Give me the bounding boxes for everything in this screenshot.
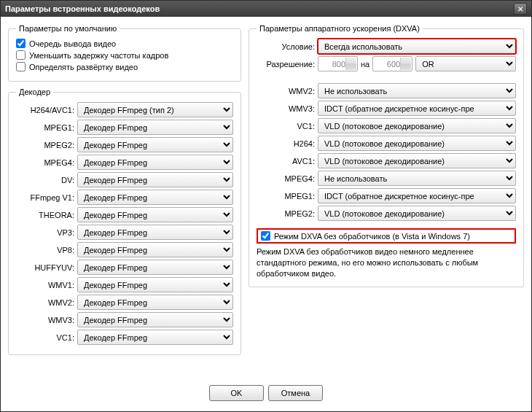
decoder-label: VP3:	[16, 228, 74, 237]
decoder-group: Декодер H264/AVC1:Декодер FFmpeg (тип 2)…	[8, 88, 241, 355]
decoder-select[interactable]: Декодер FFmpeg	[77, 120, 233, 135]
dxva-codec-select[interactable]: IDCT (обратное дискретное косинус-пре	[318, 188, 516, 203]
dxva-codec-row: H264:VLD (потоковое декодирование)	[257, 136, 516, 151]
decoder-select[interactable]: Декодер FFmpeg	[77, 312, 233, 327]
decoder-select[interactable]: Декодер FFmpeg	[77, 172, 233, 187]
decoder-label: VC1:	[16, 333, 74, 342]
defaults-legend: Параметры по умолчанию	[16, 24, 120, 33]
decoder-rows-container: H264/AVC1:Декодер FFmpeg (тип 2)MPEG1:Де…	[16, 102, 233, 345]
decoder-row: VC1:Декодер FFmpeg	[16, 330, 233, 345]
detect-scan-label: Определять развёртку видео	[29, 63, 138, 71]
decoder-label: VP8:	[16, 246, 74, 254]
dxva-codec-row: MPEG4:Не использовать	[257, 171, 516, 186]
decoder-select[interactable]: Декодер FFmpeg (тип 2)	[77, 102, 233, 117]
window-title: Параметры встроенных видеокодеков	[5, 4, 514, 13]
res-height-spinner[interactable]: 600	[372, 56, 412, 71]
decoder-select[interactable]: Декодер FFmpeg	[77, 207, 233, 222]
decoder-select[interactable]: Декодер FFmpeg	[77, 225, 233, 240]
decoder-label: MPEG2:	[16, 141, 74, 149]
decoder-row: VP3:Декодер FFmpeg	[16, 225, 233, 240]
detect-scan-checkbox[interactable]	[16, 62, 26, 71]
decoder-select[interactable]: Декодер FFmpeg	[77, 242, 233, 257]
titlebar: Параметры встроенных видеокодеков ✕	[1, 1, 531, 17]
left-column: Параметры по умолчанию Очередь вывода ви…	[8, 24, 241, 379]
resolution-label: Разрешение:	[257, 60, 315, 69]
decoder-select[interactable]: Декодер FFmpeg	[77, 295, 233, 310]
dxva-rows-container: WMV2:Не использоватьWMV3:IDCT (обратное …	[257, 83, 516, 221]
condition-select[interactable]: Всегда использовать	[318, 39, 516, 54]
dxva-codec-select[interactable]: Не использовать	[318, 171, 516, 186]
decoder-row: FFmpeg V1:Декодер FFmpeg	[16, 190, 233, 205]
dxva-codec-row: VC1:VLD (потоковое декодирование)	[257, 118, 516, 133]
res-width-spinner[interactable]: 800	[318, 56, 358, 71]
decoder-row: WMV2:Декодер FFmpeg	[16, 295, 233, 310]
decoder-row: THEORA:Декодер FFmpeg	[16, 207, 233, 222]
decoder-row: VP8:Декодер FFmpeg	[16, 242, 233, 257]
condition-row: Условие: Всегда использовать	[257, 39, 516, 54]
dxva-noproc-label: Режим DXVA без обработчиков (в Vista и W…	[274, 232, 470, 241]
decoder-select[interactable]: Декодер FFmpeg	[77, 137, 233, 152]
res-separator: на	[361, 60, 369, 69]
dxva-noproc-desc: Режим DXVA без обработчиков видео немног…	[257, 246, 516, 279]
dxva-codec-label: MPEG4:	[257, 174, 315, 183]
decoder-select[interactable]: Декодер FFmpeg	[77, 277, 233, 292]
dxva-codec-label: WMV3:	[257, 104, 315, 113]
decoder-legend: Декодер	[16, 88, 53, 96]
content-area: Параметры по умолчанию Очередь вывода ви…	[1, 17, 531, 411]
decoder-select[interactable]: Декодер FFmpeg	[77, 330, 233, 345]
decoder-row: MPEG2:Декодер FFmpeg	[16, 137, 233, 152]
dxva-codec-label: WMV2:	[257, 87, 315, 96]
dxva-codec-select[interactable]: Не использовать	[318, 83, 516, 98]
close-icon: ✕	[517, 5, 523, 13]
decoder-row: H264/AVC1:Декодер FFmpeg (тип 2)	[16, 102, 233, 117]
decoder-row: MPEG1:Декодер FFmpeg	[16, 120, 233, 135]
decoder-row: HUFFYUV:Декодер FFmpeg	[16, 260, 233, 275]
decoder-label: MPEG4:	[16, 158, 74, 167]
queue-output-row: Очередь вывода видео	[16, 39, 233, 48]
dxva-codec-label: MPEG1:	[257, 192, 315, 201]
dxva-noproc-checkbox[interactable]	[261, 231, 270, 241]
res-or-select[interactable]: OR	[415, 56, 516, 71]
cancel-button[interactable]: Отмена	[268, 385, 323, 401]
dxva-codec-select[interactable]: IDCT (обратное дискретное косинус-пре	[318, 101, 516, 116]
dxva-codec-row: WMV3:IDCT (обратное дискретное косинус-п…	[257, 101, 516, 116]
dxva-codec-row: AVC1:VLD (потоковое декодирование)	[257, 153, 516, 168]
decoder-label: H264/AVC1:	[16, 106, 74, 114]
dxva-codec-select[interactable]: VLD (потоковое декодирование)	[318, 136, 516, 151]
decoder-row: MPEG4:Декодер FFmpeg	[16, 155, 233, 170]
queue-output-label: Очередь вывода видео	[29, 39, 116, 48]
defaults-group: Параметры по умолчанию Очередь вывода ви…	[8, 24, 241, 82]
dxva-noproc-row: Режим DXVA без обработчиков (в Vista и W…	[257, 228, 516, 244]
dxva-codec-label: H264:	[257, 139, 315, 148]
decoder-label: THEORA:	[16, 211, 74, 219]
dxva-codec-select[interactable]: VLD (потоковое декодирование)	[318, 206, 516, 221]
ok-button[interactable]: OK	[209, 385, 264, 401]
dxva-group: Параметры аппаратного ускорения (DXVA) У…	[249, 24, 524, 287]
dxva-codec-label: AVC1:	[257, 157, 315, 166]
decoder-select[interactable]: Декодер FFmpeg	[77, 190, 233, 205]
queue-output-checkbox[interactable]	[16, 39, 26, 48]
decoder-row: WMV1:Декодер FFmpeg	[16, 277, 233, 292]
dxva-legend: Параметры аппаратного ускорения (DXVA)	[257, 24, 423, 33]
dxva-codec-label: VC1:	[257, 122, 315, 131]
dxva-codec-label: MPEG2:	[257, 209, 315, 218]
dxva-codec-select[interactable]: VLD (потоковое декодирование)	[318, 153, 516, 168]
decoder-label: MPEG1:	[16, 123, 74, 132]
resolution-row: Разрешение: 800 на 600 OR	[257, 56, 516, 71]
decoder-label: WMV3:	[16, 316, 74, 324]
close-button[interactable]: ✕	[514, 3, 527, 15]
reduce-delay-checkbox[interactable]	[16, 50, 26, 60]
decoder-label: WMV1:	[16, 281, 74, 289]
condition-label: Условие:	[257, 42, 315, 51]
dxva-codec-row: MPEG2:VLD (потоковое декодирование)	[257, 206, 516, 221]
reduce-delay-label: Уменьшить задержку частоты кадров	[29, 51, 168, 60]
decoder-label: FFmpeg V1:	[16, 193, 74, 202]
decoder-row: DV:Декодер FFmpeg	[16, 172, 233, 187]
decoder-select[interactable]: Декодер FFmpeg	[77, 155, 233, 170]
dxva-codec-select[interactable]: VLD (потоковое декодирование)	[318, 118, 516, 133]
right-column: Параметры аппаратного ускорения (DXVA) У…	[249, 24, 524, 379]
columns: Параметры по умолчанию Очередь вывода ви…	[8, 24, 524, 379]
decoder-label: HUFFYUV:	[16, 263, 74, 272]
decoder-label: WMV2:	[16, 298, 74, 307]
decoder-select[interactable]: Декодер FFmpeg	[77, 260, 233, 275]
